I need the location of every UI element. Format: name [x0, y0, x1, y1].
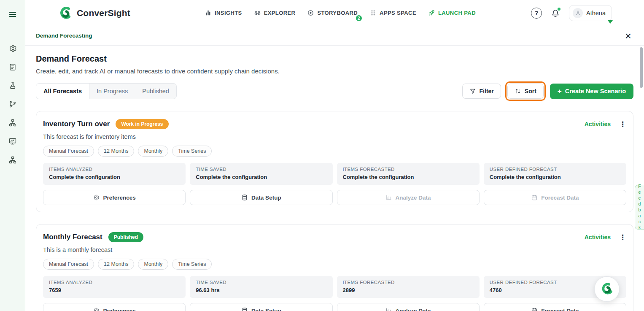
stat-items-forecasted: ITEMS FORECASTED 2899	[337, 276, 480, 298]
nav-launch-pad[interactable]: LAUNCH PAD	[428, 9, 476, 16]
action-label: Preferences	[103, 308, 135, 311]
sort-label: Sort	[525, 88, 536, 95]
nav-insights[interactable]: INSIGHTS	[205, 9, 242, 16]
tab-in-progress[interactable]: In Progress	[89, 84, 135, 99]
tag-pill: Monthly	[138, 146, 168, 157]
notifications-button[interactable]	[550, 8, 560, 18]
preferences-button[interactable]: Preferences	[43, 190, 186, 205]
tag-row: Manual Forecast 12 Months Monthly Time S…	[43, 146, 626, 157]
sidebar-item-pipelines[interactable]	[5, 97, 20, 112]
feedback-label: Feedback	[637, 184, 642, 231]
breadcrumb: Demand Forecasting	[36, 32, 92, 39]
card-description: This is a monthly forecast	[43, 246, 626, 253]
forecast-data-button: Forecast Data	[484, 190, 626, 205]
conversight-swirl-icon	[599, 281, 615, 297]
stat-label: ITEMS ANALYZED	[49, 280, 180, 285]
question-mark-icon: ?	[534, 9, 538, 16]
data-setup-button[interactable]: Data Setup	[190, 190, 332, 205]
document-list-icon	[8, 63, 17, 71]
calendar-icon	[531, 307, 538, 311]
storyboard-icon	[307, 9, 314, 16]
stat-value: Complete the configuration	[196, 174, 326, 180]
stat-label: TIME SAVED	[196, 280, 326, 285]
header-actions: ? Athena	[531, 5, 612, 21]
nav-storyboard[interactable]: STORYBOARD 2	[307, 9, 358, 16]
data-setup-button[interactable]: Data Setup	[190, 303, 332, 311]
user-name: Athena	[586, 10, 606, 16]
action-label: Analyze Data	[396, 195, 431, 201]
tag-pill: Time Series	[172, 146, 212, 157]
tag-pill: Manual Forecast	[43, 259, 94, 270]
action-label: Preferences	[103, 195, 135, 201]
action-label: Data Setup	[251, 308, 281, 311]
stat-value: 7659	[49, 287, 180, 293]
dropdown-caret-icon	[608, 20, 613, 24]
card-header: Inventory Turn over Work in Progress Act…	[43, 119, 626, 129]
kebab-menu-button[interactable]: ⋮	[619, 121, 626, 128]
nav-label: LAUNCH PAD	[438, 10, 476, 16]
nav-apps-space[interactable]: APPS SPACE	[369, 9, 416, 16]
gear-icon	[93, 307, 100, 311]
assistant-fab-button[interactable]	[594, 276, 620, 302]
card-header-actions: Activities ⋮	[585, 234, 626, 241]
vertical-scrollbar-thumb[interactable]	[640, 47, 643, 88]
action-label: Forecast Data	[541, 195, 579, 201]
stat-value: Complete the configuration	[49, 174, 180, 180]
card-action-row: Preferences Data Setup Analyze Data Fore…	[43, 190, 626, 205]
tab-published[interactable]: Published	[135, 84, 176, 99]
filter-label: Filter	[480, 88, 494, 95]
stat-time-saved: TIME SAVED 96.63 hrs	[190, 276, 332, 298]
sidebar-item-workflow[interactable]	[5, 152, 20, 168]
person-icon	[575, 10, 581, 16]
bar-chart-icon	[205, 9, 212, 16]
tag-pill: Time Series	[172, 259, 212, 270]
rocket-icon	[428, 9, 435, 16]
action-label: Data Setup	[251, 195, 281, 201]
forecast-card: Monthly Forecast Published Activities ⋮ …	[36, 224, 633, 311]
stat-value: 96.63 hrs	[196, 287, 326, 293]
forecast-data-button[interactable]: Forecast Data	[484, 303, 626, 311]
stat-label: TIME SAVED	[196, 167, 326, 172]
close-button[interactable]: ×	[625, 30, 631, 41]
help-button[interactable]: ?	[531, 8, 542, 19]
card-header: Monthly Forecast Published Activities ⋮	[43, 232, 626, 242]
create-new-scenario-button[interactable]: + Create New Scenario	[550, 84, 633, 99]
sitemap-icon	[8, 119, 17, 127]
analyze-data-button[interactable]: Analyze Data	[337, 303, 480, 311]
sidebar-item-experiments[interactable]	[5, 78, 20, 93]
kebab-icon: ⋮	[619, 120, 626, 128]
activities-link[interactable]: Activities	[585, 234, 611, 241]
preferences-button[interactable]: Preferences	[43, 303, 186, 311]
sidebar-item-settings[interactable]	[5, 41, 20, 56]
feedback-tab[interactable]: Feedback	[635, 185, 644, 230]
sort-arrows-icon	[515, 88, 521, 95]
sidebar-item-hierarchy[interactable]	[5, 115, 20, 130]
left-sidebar	[0, 0, 25, 311]
conversight-logo[interactable]: ConverSight	[58, 6, 130, 20]
menu-toggle-button[interactable]	[5, 7, 20, 22]
stat-user-defined-forecast: USER DEFINED FORECAST Complete the confi…	[484, 163, 626, 185]
filter-button[interactable]: Filter	[462, 84, 501, 99]
chart-icon	[385, 194, 392, 201]
sidebar-item-forms[interactable]	[5, 59, 20, 75]
nav-label: INSIGHTS	[215, 10, 242, 16]
kebab-menu-button[interactable]: ⋮	[619, 234, 626, 241]
tag-pill: 12 Months	[98, 259, 134, 270]
card-header-actions: Activities ⋮	[585, 121, 626, 128]
stat-label: ITEMS FORECASTED	[343, 280, 474, 285]
logo-text: ConverSight	[77, 8, 130, 18]
sidebar-item-monitoring[interactable]	[5, 134, 20, 149]
sort-button[interactable]: Sort	[507, 84, 544, 99]
stat-label: USER DEFINED FORECAST	[490, 167, 620, 172]
stats-row: ITEMS ANALYZED 7659 TIME SAVED 96.63 hrs…	[43, 276, 626, 298]
user-menu-button[interactable]: Athena	[569, 5, 612, 21]
storyboard-count-badge: 2	[355, 14, 363, 22]
conversight-logo-icon	[58, 6, 73, 20]
stat-label: ITEMS ANALYZED	[49, 167, 180, 172]
card-action-row: Preferences Data Setup Analyze Data Fore…	[43, 303, 626, 311]
activities-link[interactable]: Activities	[585, 121, 611, 127]
analyze-data-button: Analyze Data	[337, 190, 480, 205]
tab-all-forecasts[interactable]: All Forecasts	[36, 84, 89, 99]
nav-explorer[interactable]: EXPLORER	[254, 9, 296, 16]
card-description: This forecast is for inventory items	[43, 133, 626, 140]
